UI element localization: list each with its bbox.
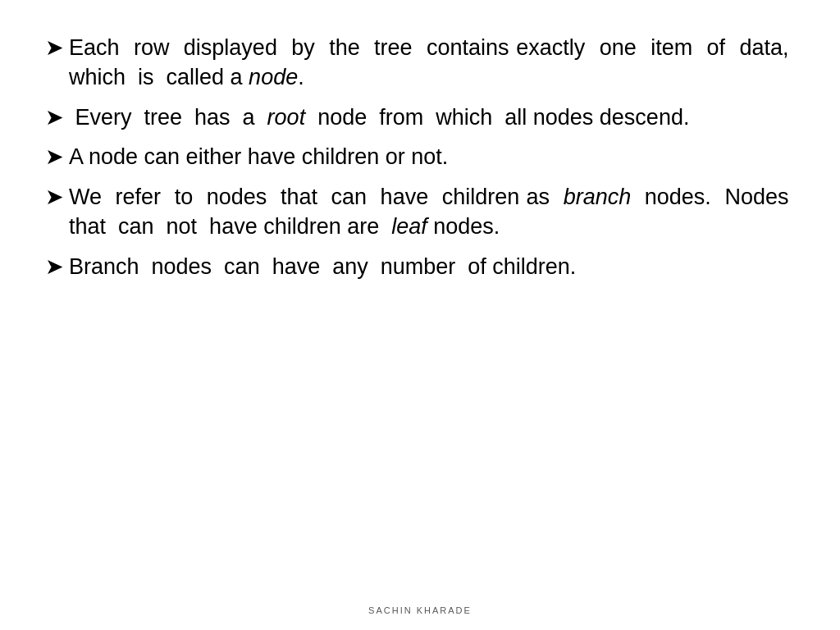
list-item: ➤ We refer to nodes that can have childr… <box>45 182 795 242</box>
bullet-text: A node can either have children or not. <box>69 142 795 171</box>
bullet-text: Branch nodes can have any number of chil… <box>69 252 795 281</box>
slide-content: ➤ Each row displayed by the tree contain… <box>0 0 840 597</box>
italic-leaf: leaf <box>391 214 427 239</box>
italic-branch: branch <box>564 185 632 209</box>
list-item: ➤ Branch nodes can have any number of ch… <box>45 252 795 281</box>
bullet-list: ➤ Each row displayed by the tree contain… <box>45 33 795 281</box>
bullet-arrow-icon: ➤ <box>45 103 64 132</box>
bullet-arrow-icon: ➤ <box>45 142 64 171</box>
footer-text: SACHIN KHARADE <box>368 605 472 615</box>
bullet-text: Every tree has a root node from which al… <box>69 103 795 132</box>
bullet-text: Each row displayed by the tree contains … <box>69 33 795 93</box>
list-item: ➤ A node can either have children or not… <box>45 142 795 171</box>
bullet-arrow-icon: ➤ <box>45 252 64 281</box>
italic-node: node <box>249 65 298 89</box>
bullet-arrow-icon: ➤ <box>45 33 64 62</box>
list-item: ➤ Each row displayed by the tree contain… <box>45 33 795 93</box>
list-item: ➤ Every tree has a root node from which … <box>45 103 795 132</box>
bullet-text: We refer to nodes that can have children… <box>69 182 795 242</box>
italic-root: root <box>267 105 306 130</box>
slide-footer: SACHIN KHARADE <box>0 597 840 630</box>
bullet-arrow-icon: ➤ <box>45 182 64 212</box>
